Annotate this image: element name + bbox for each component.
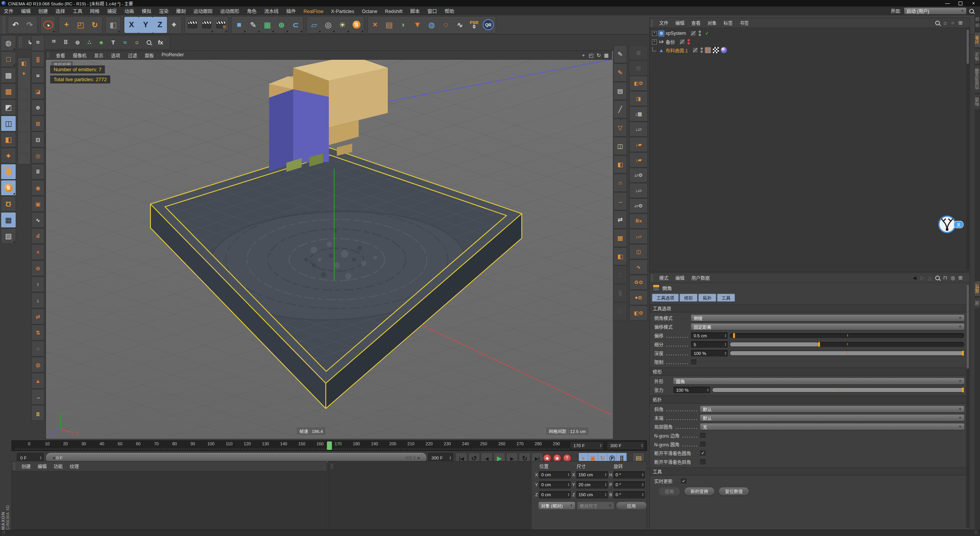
attr-back-icon[interactable]: ◀ bbox=[911, 275, 918, 281]
attr-section-拓扑[interactable]: 拓扑 bbox=[650, 395, 970, 404]
layer-color-box[interactable] bbox=[693, 48, 697, 52]
attr-section-工具[interactable]: 工具 bbox=[650, 467, 970, 476]
side-tab-内容浏览器[interactable]: 内容浏览器 bbox=[975, 65, 980, 93]
ruler-tick-140[interactable]: 140 bbox=[278, 441, 289, 446]
menu-捕捉[interactable]: 捕捉 bbox=[103, 9, 121, 14]
rf-character-icon[interactable]: ◗ bbox=[396, 17, 410, 33]
pa-connect-icon[interactable]: → bbox=[613, 192, 627, 210]
pb-delete-x-icon[interactable]: ⠿× bbox=[629, 214, 648, 229]
menu-文件[interactable]: 文件 bbox=[0, 9, 17, 14]
ruler-tick-230[interactable]: 230 bbox=[442, 441, 453, 446]
restore-button[interactable] bbox=[954, 0, 967, 7]
attr-dropdown-斜角[interactable]: 默认▼ bbox=[700, 406, 964, 412]
attr-field-张力[interactable]: 100 %▲▼ bbox=[673, 387, 710, 393]
view-toggle-icon[interactable]: ▦ bbox=[603, 52, 610, 59]
lock-x-icon[interactable]: X bbox=[124, 17, 139, 33]
badge-bubble[interactable]: 关 bbox=[954, 221, 964, 228]
coord-field-位置-Y[interactable]: 0 cm▲▼ bbox=[539, 481, 571, 489]
phong-tag-icon[interactable] bbox=[721, 47, 727, 53]
attr-field-深度[interactable]: 100 %▲▼ bbox=[691, 350, 728, 356]
spinner-arrows-icon[interactable]: ▲▼ bbox=[568, 483, 570, 487]
ruler-tick-160[interactable]: 160 bbox=[315, 441, 325, 446]
timeline-ruler[interactable]: 0102030405060708090100110120130140150160… bbox=[11, 440, 647, 451]
timeline-playhead[interactable] bbox=[327, 441, 332, 450]
panel-grip[interactable] bbox=[330, 464, 333, 469]
spinner-arrows-icon[interactable]: ▲▼ bbox=[707, 388, 709, 392]
menu-运动跟踪[interactable]: 运动跟踪 bbox=[189, 9, 216, 14]
spinner-arrows-icon[interactable]: ▲▼ bbox=[605, 483, 607, 487]
plant-icon[interactable]: ♣ bbox=[95, 36, 107, 48]
strip-show-icon[interactable]: ◍ bbox=[31, 357, 44, 373]
pb-down4-icon[interactable]: ↓▱ bbox=[629, 183, 648, 198]
coord-field-位置-Z[interactable]: 0 cm▲▼ bbox=[539, 491, 571, 498]
hex-grid-icon[interactable]: ⊚ bbox=[72, 36, 83, 48]
add-floor-icon[interactable]: ▱ bbox=[307, 17, 321, 33]
button-新的变换[interactable]: 新的变换 bbox=[684, 487, 714, 495]
ruler-tick-90[interactable]: 90 bbox=[188, 441, 198, 446]
attr-menu-模式[interactable]: 模式 bbox=[656, 275, 672, 281]
strip-up-icon[interactable]: ↑ bbox=[31, 276, 44, 292]
strip-ring-icon[interactable]: ⠿ bbox=[31, 164, 44, 180]
quick-render-icon[interactable]: QR bbox=[481, 17, 495, 33]
coord-field-位置-X[interactable]: 0 cm▲▼ bbox=[539, 471, 571, 479]
visibility-dot[interactable] bbox=[701, 47, 703, 50]
menu-Redshift[interactable]: Redshift bbox=[381, 9, 407, 14]
om-menu-编辑[interactable]: 编辑 bbox=[672, 20, 688, 26]
coord-system-icon[interactable]: ⌖ bbox=[167, 17, 181, 33]
attr-section-修形[interactable]: 修形 bbox=[650, 368, 970, 376]
spinner-arrows-icon[interactable]: ▲▼ bbox=[642, 473, 644, 477]
pa-sketch-icon[interactable]: ✎ bbox=[613, 64, 627, 82]
strip-invert-icon[interactable]: ◪ bbox=[31, 83, 44, 99]
strip-swap-icon[interactable]: × bbox=[31, 244, 44, 260]
pa-ghost3-icon[interactable]: □ bbox=[613, 302, 627, 320]
pb-cube-gear-icon[interactable]: ◧⚙ bbox=[629, 76, 648, 91]
menu-插件[interactable]: 插件 bbox=[283, 9, 300, 14]
snap-toggle-icon[interactable]: S bbox=[1, 180, 16, 196]
ruler-tick-150[interactable]: 150 bbox=[297, 441, 307, 446]
om-home-icon[interactable]: ⌂ bbox=[941, 20, 949, 26]
attr-tab-工具[interactable]: 工具 bbox=[717, 294, 735, 302]
side-tab-对象[interactable]: 对象 bbox=[975, 33, 980, 47]
range-right-arrow-icon[interactable]: ▶ bbox=[418, 456, 420, 460]
attr-slider-细分[interactable] bbox=[730, 342, 964, 347]
strip-loop-icon[interactable]: ◎ bbox=[31, 148, 44, 163]
viewport-menu-查看[interactable]: 查看 bbox=[52, 52, 69, 59]
rf-daemon-icon[interactable]: ▼ bbox=[410, 17, 425, 33]
om-menu-查看[interactable]: 查看 bbox=[688, 20, 704, 26]
ruler-tick-40[interactable]: 40 bbox=[96, 441, 107, 446]
strip-connected-icon[interactable]: ⊕ bbox=[31, 100, 44, 115]
quick-move-icon[interactable]: + bbox=[18, 68, 29, 78]
menu-创建[interactable]: 创建 bbox=[34, 9, 52, 14]
close-button[interactable]: × bbox=[967, 0, 980, 7]
strip-hide-icon[interactable]: ◌ bbox=[31, 341, 44, 356]
rf-mesher-icon[interactable]: ◍ bbox=[425, 17, 439, 33]
material-menu-编辑[interactable]: 编辑 bbox=[34, 463, 50, 469]
rotate-tool-icon[interactable]: ↻ bbox=[88, 17, 102, 33]
pb-down3-icon[interactable]: ↓▰ bbox=[629, 152, 648, 167]
attr-tab-工具选项[interactable]: 工具选项 bbox=[652, 294, 679, 302]
strip-select-all-icon[interactable]: ⣿ bbox=[31, 51, 44, 67]
rf-emitter-icon[interactable]: × bbox=[368, 17, 382, 33]
om-menu-对象[interactable]: 对象 bbox=[704, 20, 720, 26]
menu-渲染[interactable]: 渲染 bbox=[155, 9, 172, 14]
strip-down-icon[interactable]: ↓ bbox=[31, 293, 44, 308]
spinner-arrows-icon[interactable]: ▲▼ bbox=[642, 493, 644, 497]
om-search-icon[interactable] bbox=[934, 20, 941, 26]
viewport-menu-显示[interactable]: 显示 bbox=[90, 52, 107, 59]
viewport-scene[interactable]: Y X Z bbox=[46, 51, 613, 439]
ruler-tick-210[interactable]: 210 bbox=[406, 441, 416, 446]
visibility-dot[interactable] bbox=[699, 34, 701, 36]
redo-icon[interactable]: ↷ bbox=[23, 17, 37, 33]
attr-section-工具选项[interactable]: 工具选项 bbox=[650, 304, 970, 312]
ruler-tick-240[interactable]: 240 bbox=[460, 441, 471, 446]
viewport-menu-过滤[interactable]: 过滤 bbox=[124, 52, 141, 59]
attr-slider-张力[interactable] bbox=[712, 387, 964, 392]
slider-thumb[interactable] bbox=[962, 351, 964, 356]
object-row-xpSystem[interactable]: +⚙xpSystem✓ bbox=[650, 29, 970, 38]
pa-magnitude-icon[interactable]: ▤ bbox=[613, 82, 627, 100]
object-manager-scrollbar[interactable] bbox=[966, 29, 969, 270]
strip-tri-points-icon[interactable]: ▲ bbox=[31, 373, 44, 389]
current-frame-field[interactable]: 170 F▲▼ bbox=[570, 441, 604, 450]
strip-deselect-icon[interactable]: ⠶ bbox=[31, 67, 44, 83]
menu-模拟[interactable]: 模拟 bbox=[138, 9, 155, 14]
